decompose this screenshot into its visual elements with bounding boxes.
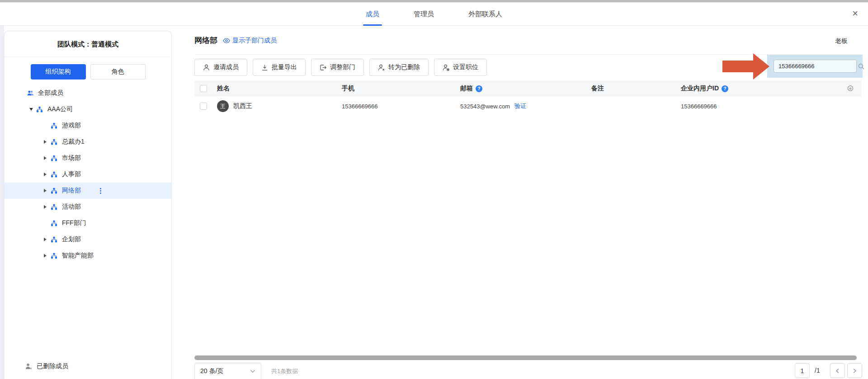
batch-export-icon bbox=[261, 64, 268, 71]
department-icon bbox=[37, 106, 43, 112]
tree-item-dept-fff[interactable]: FFF部门 bbox=[5, 215, 171, 231]
select-all-checkbox[interactable] bbox=[200, 85, 207, 92]
department-icon bbox=[51, 187, 58, 194]
adjust-department-label: 调整部门 bbox=[330, 63, 355, 71]
column-phone: 手机 bbox=[338, 84, 457, 93]
search-field bbox=[774, 60, 857, 73]
caret-down-icon[interactable] bbox=[29, 108, 37, 111]
page-size-select[interactable]: 20 条/页 bbox=[194, 363, 261, 379]
move-to-deleted-icon bbox=[378, 64, 385, 71]
email-help-icon[interactable]: ? bbox=[476, 85, 482, 92]
top-header: 成员 管理员 外部联系人 × bbox=[0, 2, 868, 26]
table-row[interactable]: 王 凯西王 15366669666 532543@wew.com 验证 1536… bbox=[194, 97, 861, 116]
department-icon bbox=[51, 171, 58, 178]
tree-label: 智能产能部 bbox=[62, 252, 94, 260]
department-icon bbox=[51, 122, 58, 129]
tree-item-dept-president-office[interactable]: 总裁办1 bbox=[5, 134, 171, 150]
adjust-department-icon bbox=[320, 64, 326, 71]
annotation-arrow bbox=[722, 61, 753, 72]
caret-right-icon[interactable] bbox=[44, 156, 51, 160]
tree-item-dept-events[interactable]: 活动部 bbox=[5, 199, 171, 215]
close-icon[interactable]: × bbox=[852, 9, 858, 19]
department-icon bbox=[51, 220, 58, 226]
tree-item-all-members[interactable]: 全部成员 bbox=[5, 85, 171, 101]
tab-external-contacts[interactable]: 外部联系人 bbox=[468, 2, 502, 26]
column-email: 邮箱 ? bbox=[457, 84, 588, 93]
tree-item-dept-hr[interactable]: 人事部 bbox=[5, 166, 171, 182]
column-settings-icon[interactable] bbox=[847, 85, 861, 92]
invite-member-button[interactable]: 邀请成员 bbox=[194, 59, 247, 76]
tree-label: 总裁办1 bbox=[62, 138, 85, 146]
horizontal-scrollbar[interactable] bbox=[194, 356, 857, 360]
current-page-input[interactable]: 1 bbox=[795, 363, 810, 378]
show-subdepartment-link[interactable]: 显示子部门成员 bbox=[223, 37, 277, 45]
batch-export-label: 批量导出 bbox=[272, 63, 297, 71]
caret-right-icon[interactable] bbox=[44, 173, 51, 176]
show-subdepartment-label: 显示子部门成员 bbox=[232, 37, 277, 45]
caret-right-icon[interactable] bbox=[44, 189, 51, 192]
table-header-row: 姓名 手机 邮箱 ? 备注 企业内用户ID ? bbox=[194, 80, 861, 97]
next-page-button[interactable] bbox=[847, 363, 862, 378]
member-user-id: 15366669666 bbox=[677, 103, 841, 110]
tree-item-dept-smart-capacity[interactable]: 智能产能部 bbox=[5, 248, 171, 264]
more-options-icon[interactable] bbox=[100, 188, 101, 194]
deleted-members-entry[interactable]: 已删除成员 bbox=[5, 358, 171, 374]
member-name-cell: 王 凯西王 bbox=[213, 100, 338, 112]
tree-item-dept-network[interactable]: 网络部 bbox=[5, 182, 171, 199]
total-pages-label: /1 bbox=[815, 367, 820, 374]
department-icon bbox=[51, 253, 58, 259]
verify-email-link[interactable]: 验证 bbox=[514, 102, 526, 110]
tab-members[interactable]: 成员 bbox=[366, 2, 379, 26]
tree-label: FFF部门 bbox=[62, 219, 86, 227]
org-structure-button[interactable]: 组织架构 bbox=[31, 64, 86, 80]
caret-right-icon[interactable] bbox=[44, 254, 51, 257]
tree-item-dept-planning[interactable]: 企划部 bbox=[5, 231, 171, 248]
tree-item-dept-games[interactable]: 游戏部 bbox=[5, 117, 171, 134]
column-name: 姓名 bbox=[213, 84, 338, 93]
roles-button[interactable]: 角色 bbox=[90, 64, 146, 80]
previous-page-button[interactable] bbox=[830, 363, 845, 378]
member-name: 凯西王 bbox=[233, 102, 252, 110]
caret-right-icon[interactable] bbox=[44, 238, 51, 241]
department-icon bbox=[51, 236, 58, 243]
tree-label: 企划部 bbox=[62, 235, 81, 243]
invite-member-icon bbox=[203, 64, 210, 71]
page-title: 网络部 bbox=[194, 35, 217, 46]
tab-admins-label: 管理员 bbox=[414, 10, 434, 19]
tree-label: 活动部 bbox=[62, 203, 81, 211]
set-position-button[interactable]: 设置职位 bbox=[434, 59, 487, 76]
chevron-left-icon bbox=[835, 368, 840, 374]
sidebar: 团队模式：普通模式 组织架构 角色 全部成员 bbox=[4, 31, 172, 379]
annotation-arrow-head bbox=[753, 53, 769, 80]
column-user-id-label: 企业内用户ID bbox=[681, 84, 719, 93]
department-tree: 全部成员 AAA公司 游戏部 bbox=[5, 85, 171, 264]
adjust-department-button[interactable]: 调整部门 bbox=[311, 59, 364, 76]
page-left-gutter bbox=[0, 26, 4, 379]
tree-label: 游戏部 bbox=[62, 122, 81, 130]
row-checkbox[interactable] bbox=[200, 103, 207, 110]
people-group-icon bbox=[27, 90, 34, 96]
tree-item-company[interactable]: AAA公司 bbox=[5, 101, 171, 117]
column-email-label: 邮箱 bbox=[460, 84, 473, 93]
member-email: 532543@wew.com bbox=[460, 103, 510, 110]
avatar: 王 bbox=[217, 100, 229, 112]
tab-admins[interactable]: 管理员 bbox=[414, 2, 434, 26]
department-icon bbox=[51, 155, 58, 161]
deleted-members-label: 已删除成员 bbox=[37, 362, 68, 370]
tree-item-dept-marketing[interactable]: 市场部 bbox=[5, 150, 171, 166]
batch-export-button[interactable]: 批量导出 bbox=[253, 59, 306, 76]
caret-right-icon[interactable] bbox=[44, 205, 51, 209]
search-input[interactable] bbox=[774, 63, 858, 70]
page-size-value: 20 条/页 bbox=[200, 367, 223, 375]
total-count-text: 共1条数据 bbox=[271, 367, 298, 375]
caret-right-icon[interactable] bbox=[44, 140, 51, 144]
sidebar-divider bbox=[5, 56, 171, 57]
toolbar: 邀请成员 批量导出 调整部门 转为已删除 bbox=[194, 59, 487, 76]
eye-icon bbox=[223, 38, 230, 43]
user-id-help-icon[interactable]: ? bbox=[722, 85, 728, 92]
search-icon[interactable] bbox=[858, 63, 864, 70]
tab-bar: 成员 管理员 外部联系人 bbox=[366, 2, 502, 26]
tree-label: 全部成员 bbox=[38, 89, 63, 97]
move-to-deleted-button[interactable]: 转为已删除 bbox=[369, 59, 429, 76]
column-user-id: 企业内用户ID ? bbox=[677, 84, 841, 93]
